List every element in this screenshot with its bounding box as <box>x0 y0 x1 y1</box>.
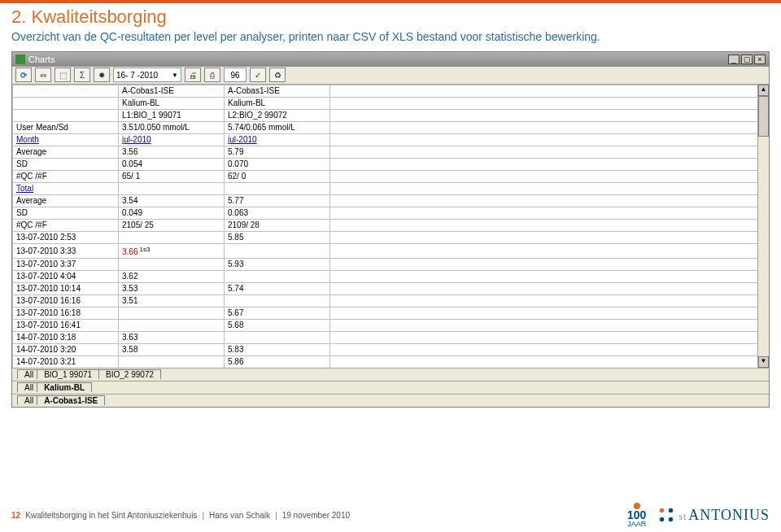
antonius-logo: stANTONIUS <box>657 506 770 524</box>
scroll-up-icon[interactable]: ▲ <box>758 85 769 96</box>
tab-analyser-cobas[interactable]: A-Cobas1-ISE <box>37 395 105 405</box>
maximize-button[interactable]: ▢ <box>741 55 753 64</box>
sample-timestamp: 13-07-2010 3:37 <box>13 259 119 271</box>
tab-row-analyser: All A-Cobas1-ISE <box>12 394 769 407</box>
toolbar-refresh-icon[interactable]: ⟳ <box>15 68 32 82</box>
logo-100-jaar: 100 JAAR <box>627 503 646 527</box>
toolbar-recycle-icon[interactable]: ♻ <box>269 68 286 82</box>
sample-timestamp: 13-07-2010 4:04 <box>13 271 119 283</box>
tab-row-analyte: All Kalium-BL <box>12 381 769 394</box>
sample-row: 14-07-2010 3:203.585.83 <box>13 344 769 356</box>
sample-row: 13-07-2010 16:163.51 <box>13 295 769 307</box>
sample-value-c1 <box>119 231 225 243</box>
footer-date: 19 november 2010 <box>282 511 350 520</box>
scroll-down-icon[interactable]: ▼ <box>758 356 769 368</box>
toolbar-stats-icon[interactable]: Σ <box>74 68 90 82</box>
vertical-scrollbar[interactable]: ▲ ▼ <box>757 85 769 368</box>
sample-timestamp: 13-07-2010 2:53 <box>13 231 119 243</box>
tab-row-lot: All BIO_1 99071 BIO_2 99072 <box>12 368 769 381</box>
sample-timestamp: 14-07-2010 3:18 <box>13 332 119 344</box>
toolbar: ⟳ ⇔ ⬚ Σ ✸ 16- 7 -2010 ▼ 🖨 ⎙ ✓ ♻ <box>12 67 769 85</box>
sample-row: 13-07-2010 4:043.62 <box>13 271 769 283</box>
sample-value-c2: 5.67 <box>225 307 330 320</box>
toolbar-range-icon[interactable]: ⇔ <box>35 68 51 82</box>
sample-value-c2: 5.85 <box>225 231 330 243</box>
sample-value-c1: 3.58 <box>119 344 225 356</box>
logo-area: 100 JAAR stANTONIUS <box>627 503 770 527</box>
toolbar-chart-icon[interactable]: ⬚ <box>55 68 71 82</box>
page-title: 2. Kwaliteitsborging <box>0 3 781 29</box>
row-analyte: Kalium-BLKalium-BL <box>13 97 769 109</box>
sample-timestamp: 13-07-2010 16:41 <box>13 320 119 332</box>
sample-row: 13-07-2010 3:375.93 <box>13 259 769 271</box>
sample-value-c1: 3.51 <box>119 295 225 307</box>
dropdown-arrow-icon: ▼ <box>172 72 178 79</box>
sample-value-c2: 5.86 <box>225 356 330 368</box>
sample-row: 13-07-2010 3:333.661s3 <box>13 243 769 258</box>
sample-row: 13-07-2010 16:185.67 <box>13 307 769 320</box>
page-subtitle: Overzicht van de QC-resultaten per level… <box>0 29 781 48</box>
sample-row: 14-07-2010 3:215.86 <box>13 356 769 368</box>
row-month-sd: SD0.0540.070 <box>13 158 769 170</box>
sample-timestamp: 13-07-2010 16:18 <box>13 307 119 320</box>
qc-data-grid: A-Cobas1-ISEA-Cobas1-ISE Kalium-BLKalium… <box>12 85 769 368</box>
sample-value-c2: 5.68 <box>225 320 330 332</box>
svg-point-3 <box>669 517 674 522</box>
footer-author: Hans van Schaik <box>209 511 270 520</box>
sample-value-c1 <box>119 320 225 332</box>
logo-jaar: JAAR <box>627 521 646 527</box>
sample-value-c1: 3.661s3 <box>119 243 225 258</box>
sample-row: 13-07-2010 16:415.68 <box>13 320 769 332</box>
close-button[interactable]: × <box>754 55 766 64</box>
row-total-avg: Average3.545.77 <box>13 194 769 207</box>
sample-timestamp: 13-07-2010 3:33 <box>13 243 119 258</box>
row-total-sd: SD0.0490.063 <box>13 207 769 219</box>
svg-point-1 <box>669 508 674 513</box>
toolbar-number-input[interactable] <box>224 68 247 82</box>
window-titlebar: Charts _ ▢ × <box>12 52 769 67</box>
data-grid-wrap: A-Cobas1-ISEA-Cobas1-ISE Kalium-BLKalium… <box>12 85 769 368</box>
minimize-button[interactable]: _ <box>728 55 740 64</box>
sample-timestamp: 13-07-2010 10:14 <box>13 283 119 295</box>
row-total-qcf: #QC /#F2105/ 252109/ 28 <box>13 219 769 231</box>
row-month-qcf: #QC /#F65/ 162/ 0 <box>13 170 769 182</box>
scroll-thumb[interactable] <box>758 96 769 137</box>
row-lot: L1:BIO_1 99071L2:BIO_2 99072 <box>13 109 769 121</box>
row-analyser: A-Cobas1-ISEA-Cobas1-ISE <box>13 85 769 97</box>
sample-value-c1 <box>119 307 225 320</box>
row-month: Monthjul-2010jul-2010 <box>13 133 769 146</box>
toolbar-date-picker[interactable]: 16- 7 -2010 ▼ <box>113 68 181 82</box>
sample-row: 13-07-2010 2:535.85 <box>13 231 769 243</box>
toolbar-date-value: 16- 7 -2010 <box>116 71 158 80</box>
tab-lot-1[interactable]: BIO_1 99071 <box>37 369 99 379</box>
sample-timestamp: 14-07-2010 3:21 <box>13 356 119 368</box>
tab-all-analyte[interactable]: All <box>17 382 37 392</box>
svg-point-0 <box>660 508 665 513</box>
separator-icon: | <box>275 511 277 520</box>
toolbar-apply-icon[interactable]: ✓ <box>250 68 266 82</box>
toolbar-settings-icon[interactable]: ✸ <box>94 68 110 82</box>
row-total: Total <box>13 182 769 194</box>
tab-all-lot[interactable]: All <box>17 369 37 379</box>
slide-footer: 12 Kwaliteitsborging in het Sint Antoniu… <box>0 503 781 527</box>
page-number: 12 <box>11 511 20 520</box>
sample-value-c1 <box>119 356 225 368</box>
toolbar-export-icon[interactable]: ⎙ <box>204 68 220 82</box>
sample-value-c1 <box>119 259 225 271</box>
tab-all-analyser[interactable]: All <box>17 395 37 405</box>
toolbar-print-icon[interactable]: 🖨 <box>185 68 201 82</box>
sample-timestamp: 13-07-2010 16:16 <box>13 295 119 307</box>
sample-value-c2 <box>225 243 330 258</box>
charts-window: Charts _ ▢ × ⟳ ⇔ ⬚ Σ ✸ 16- 7 -2010 ▼ 🖨 ⎙… <box>11 51 770 408</box>
svg-point-2 <box>660 517 665 522</box>
sample-value-c1: 3.62 <box>119 271 225 283</box>
sample-value-c2: 5.74 <box>225 283 330 295</box>
app-icon <box>15 55 25 64</box>
tab-lot-2[interactable]: BIO_2 99072 <box>98 369 161 379</box>
row-month-avg: Average3.565.79 <box>13 146 769 158</box>
separator-icon: | <box>202 511 204 520</box>
sample-row: 13-07-2010 10:143.535.74 <box>13 283 769 295</box>
tab-analyte-kalium[interactable]: Kalium-BL <box>37 382 92 392</box>
sample-timestamp: 14-07-2010 3:20 <box>13 344 119 356</box>
sample-row: 14-07-2010 3:183.63 <box>13 332 769 344</box>
